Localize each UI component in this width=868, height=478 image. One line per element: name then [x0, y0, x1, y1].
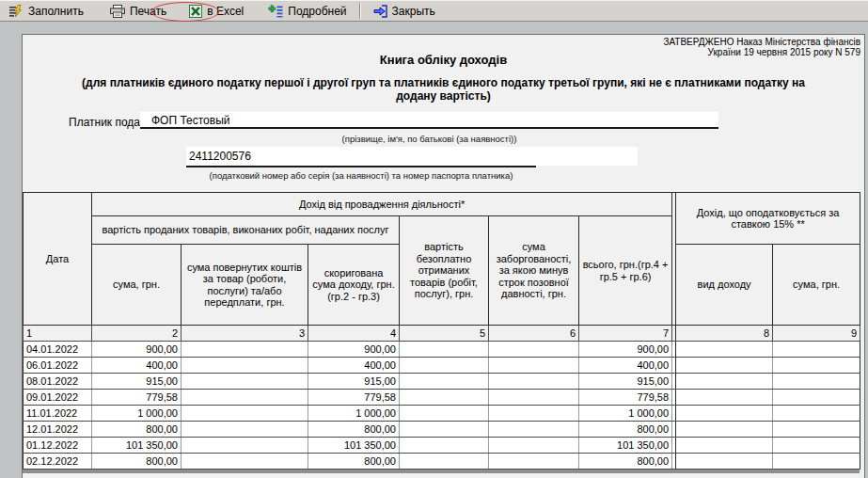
cell-total: 900,00 — [579, 342, 672, 358]
cell-free-goods — [400, 374, 489, 390]
taxpayer-number-field[interactable]: 2411200576 — [186, 147, 638, 166]
table-row: 01.12.2022 101 350,00 101 350,00 101 350… — [24, 438, 860, 454]
close-button-label: Закрыть — [392, 5, 435, 18]
column-number-row: 1 2 3 4 5 6 7 8 9 — [24, 326, 860, 342]
cell-expired-debt — [489, 342, 579, 358]
cell-date: 06.01.2022 — [24, 358, 92, 374]
cell-total: 1 000,00 — [579, 406, 672, 422]
page-subtitle: (для платників єдиного податку першої і … — [70, 76, 817, 103]
cell-free-goods — [400, 390, 489, 406]
cell-adjusted: 900,00 — [308, 342, 400, 358]
col-header-adjusted: скоригована сума доходу, грн. (гр.2 - гр… — [308, 245, 400, 326]
cell-suma: 915,00 — [92, 374, 181, 390]
page-title: Книга обліку доходів — [23, 53, 864, 67]
cell-rate15-suma — [773, 422, 860, 438]
excel-icon — [189, 5, 202, 18]
cell-suma: 101 350,00 — [92, 438, 181, 454]
cell-returned — [181, 390, 308, 406]
cell-returned — [181, 374, 308, 390]
col-number: 5 — [400, 326, 489, 342]
col-header-total: всього, грн.(гр.4 + гр.5 + гр.6) — [579, 216, 672, 326]
cell-rate15-suma — [773, 406, 860, 422]
cell-total: 800,00 — [579, 454, 672, 470]
income-table-wrap: Дата Дохід від провадження діяльності* Д… — [23, 192, 860, 473]
cell-adjusted: 101 350,00 — [308, 438, 400, 454]
cell-rate15-suma — [773, 438, 860, 454]
cell-total: 101 350,00 — [579, 438, 672, 454]
excel-export-button[interactable]: в Excel — [182, 1, 250, 21]
cell-date: 02.12.2022 — [24, 454, 92, 470]
col-number: 3 — [181, 326, 308, 342]
cell-date: 08.01.2022 — [24, 374, 92, 390]
fill-button-label: Заполнить — [28, 5, 84, 18]
fill-lightning-icon — [8, 5, 24, 18]
col-number: 1 — [24, 326, 92, 342]
table-row: 04.01.2022 900,00 900,00 900,00 — [24, 342, 860, 358]
close-button[interactable]: Закрыть — [367, 1, 442, 21]
taxpayer-name-field[interactable]: ФОП Тестовый — [140, 112, 718, 129]
col-header-expired-debt: сума заборгованості, за якою минув строк… — [489, 216, 579, 326]
cell-date: 11.01.2022 — [24, 406, 92, 422]
cell-date: 04.01.2022 — [24, 342, 92, 358]
excel-button-label: в Excel — [207, 5, 244, 18]
cell-expired-debt — [489, 454, 579, 470]
cell-free-goods — [400, 358, 489, 374]
income-table-body: 1 2 3 4 5 6 7 8 9 04.01.2022 900,00 900,… — [24, 326, 860, 470]
approval-line1: ЗАТВЕРДЖЕНО Наказ Міністерства фінансів — [663, 37, 860, 47]
cell-adjusted: 800,00 — [308, 454, 400, 470]
col-header-rate15-suma: сума, грн. — [773, 245, 860, 326]
cell-adjusted: 400,00 — [308, 358, 400, 374]
cell-rate15-suma — [773, 374, 860, 390]
cell-expired-debt — [489, 406, 579, 422]
taxpayer-number-caption: (податковий номер або серія (за наявност… — [186, 170, 536, 181]
cell-returned — [181, 438, 308, 454]
col-number: 6 — [489, 326, 579, 342]
cell-rate15-suma — [773, 454, 860, 470]
document-page: ЗАТВЕРДЖЕНО Наказ Міністерства фінансів … — [22, 34, 865, 478]
col-number: 4 — [308, 326, 400, 342]
cell-date: 09.01.2022 — [24, 390, 92, 406]
cell-income-type — [676, 390, 773, 406]
cell-returned — [181, 358, 308, 374]
cell-adjusted: 915,00 — [308, 374, 400, 390]
cell-returned — [181, 454, 308, 470]
cell-adjusted: 800,00 — [308, 422, 400, 438]
cell-suma: 800,00 — [92, 454, 181, 470]
cell-rate15-suma — [773, 390, 860, 406]
col-number: 9 — [773, 326, 860, 342]
cell-suma: 1 000,00 — [92, 406, 181, 422]
col-header-date: Дата — [24, 193, 92, 326]
print-button-label: Печать — [130, 5, 166, 18]
table-row: 09.01.2022 779,58 779,58 779,58 — [24, 390, 860, 406]
application-window: { "toolbar": { "fill_label": "Заполнить"… — [0, 0, 868, 478]
toolbar-separator — [359, 3, 361, 19]
details-button[interactable]: Подробней — [261, 1, 353, 21]
cell-returned — [181, 342, 308, 358]
subgroup-header-sold-goods: вартість проданих товарів, виконаних роб… — [92, 216, 400, 245]
col-header-free-goods: вартість безоплатно отриманих товарів (р… — [400, 216, 489, 326]
cell-expired-debt — [489, 390, 579, 406]
col-number: 8 — [676, 326, 773, 342]
cell-expired-debt — [489, 374, 579, 390]
cell-income-type — [676, 438, 773, 454]
cell-total: 800,00 — [579, 422, 672, 438]
printer-icon — [110, 5, 125, 18]
fill-button[interactable]: Заполнить — [2, 1, 90, 21]
col-number: 7 — [579, 326, 672, 342]
cell-suma: 900,00 — [92, 342, 181, 358]
details-button-label: Подробней — [288, 5, 346, 18]
income-table: Дата Дохід від провадження діяльності* Д… — [23, 192, 860, 470]
cell-rate15-suma — [773, 342, 860, 358]
toolbar: Заполнить Печать в Excel — [0, 0, 868, 22]
cell-returned — [181, 422, 308, 438]
print-button[interactable]: Печать — [103, 1, 173, 21]
table-row: 02.12.2022 800,00 800,00 800,00 — [24, 454, 860, 470]
cell-free-goods — [400, 422, 489, 438]
col-header-returned: сума повернутих коштів за товар (роботи,… — [181, 245, 308, 326]
cell-date: 12.01.2022 — [24, 422, 92, 438]
cell-income-type — [676, 406, 773, 422]
cell-free-goods — [400, 454, 489, 470]
cell-suma: 400,00 — [92, 358, 181, 374]
cell-total: 915,00 — [579, 374, 672, 390]
cell-suma: 779,58 — [92, 390, 181, 406]
